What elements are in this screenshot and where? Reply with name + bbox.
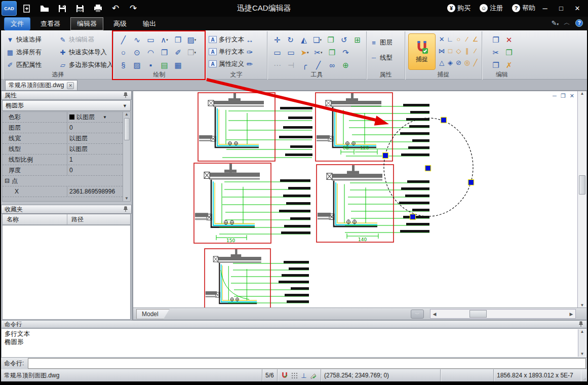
grip-right[interactable] — [468, 180, 474, 185]
redo-icon[interactable]: ↷ — [126, 2, 141, 15]
copy-entities-icon[interactable]: ❐ — [324, 34, 337, 46]
close-icon[interactable]: ✕ — [571, 3, 584, 14]
polygon-entity-input-button[interactable]: ▱多边形实体输入 — [59, 59, 113, 71]
property-row[interactable]: 线型比例 1 — [3, 155, 130, 165]
text-align-icon[interactable]: ↔ — [244, 33, 255, 46]
purge-icon[interactable]: ✗ — [502, 59, 516, 71]
match-properties-button[interactable]: ✐匹配属性 — [6, 59, 59, 71]
maximize-icon[interactable]: □ — [555, 3, 568, 14]
extension-snap-icon[interactable]: ∕ — [471, 45, 480, 57]
mirror-icon[interactable]: ◭ — [297, 34, 310, 46]
help-button[interactable]: ?帮助 — [512, 4, 535, 13]
rotate-copy-icon[interactable]: ↺ — [337, 34, 350, 46]
scroll-up-icon[interactable]: ▲ — [578, 91, 586, 96]
spline-icon[interactable]: § — [116, 59, 130, 71]
collapse-box-icon[interactable]: ⊟ — [5, 177, 10, 184]
line-icon[interactable]: ╱ — [116, 34, 130, 46]
rotate-icon[interactable]: ↻ — [284, 34, 297, 46]
tab-editor[interactable]: 编辑器 — [70, 17, 103, 30]
minimize-icon[interactable]: ─ — [538, 3, 552, 14]
detail-drawing-5[interactable] — [205, 249, 309, 308]
pin-icon[interactable] — [123, 92, 128, 98]
quick-select-button[interactable]: ▼快速选择 — [6, 33, 59, 46]
endpoint-snap-icon[interactable]: □ — [446, 45, 455, 57]
grip-left[interactable] — [383, 153, 388, 159]
property-row[interactable]: 线宽 以图层 — [3, 133, 130, 144]
scrollbar-thumb[interactable] — [579, 175, 585, 195]
copy-nested-icon[interactable]: ❐ — [325, 47, 339, 59]
command-history-scrollbar[interactable]: ▲ ▼ — [578, 329, 586, 357]
model-tab[interactable]: Model — [136, 309, 170, 319]
trim-icon[interactable]: ✂▾ — [311, 47, 325, 59]
parallel-snap-icon[interactable]: ∥ — [463, 45, 472, 57]
buy-button[interactable]: ¥购买 — [447, 4, 471, 13]
snap-status-icon[interactable] — [281, 372, 289, 379]
doc-close-icon[interactable]: ✕ — [570, 93, 574, 99]
insert-block-icon[interactable]: ❐ — [171, 34, 185, 46]
layers-button[interactable]: ≡图层 — [370, 36, 403, 49]
ortho-status-icon[interactable]: ⊥ — [300, 372, 308, 379]
polyline-icon[interactable]: ∧▾ — [158, 34, 171, 46]
fillet-icon[interactable]: ╭ — [298, 59, 311, 71]
paste-icon[interactable]: ❐ — [502, 47, 516, 59]
scroll-down-icon[interactable]: ▼ — [578, 352, 586, 356]
property-row-x[interactable]: X 2361.869598996 — [3, 186, 130, 197]
resize-grip[interactable]: ⣠ — [581, 369, 587, 381]
new-file-icon[interactable] — [19, 2, 34, 15]
undo-icon[interactable]: ↶ — [108, 2, 123, 15]
sketch-pen-icon[interactable]: ✐ — [171, 47, 185, 59]
scale-icon[interactable]: ❏▾ — [310, 34, 324, 46]
cad-drawing-view[interactable]: 80 120 150 — [133, 91, 579, 308]
align-icon[interactable]: ⊞ — [351, 34, 364, 46]
detail-drawing-4[interactable]: 140 — [317, 165, 429, 242]
scroll-down-icon[interactable]: ▼ — [123, 196, 130, 201]
block-editor-button[interactable]: ✎块编辑器 — [59, 33, 113, 46]
freehand-icon[interactable]: ∿ — [130, 34, 144, 46]
insertion-snap-icon[interactable]: ◈ — [446, 57, 455, 68]
property-grid-scrollbar[interactable]: ▲ ▼ — [123, 112, 130, 201]
scroll-up-icon[interactable]: ▲ — [578, 329, 586, 334]
layout-list-dropdown[interactable]: ﹀ — [411, 310, 424, 319]
delete-icon[interactable]: ✕ — [502, 34, 516, 46]
property-group-point[interactable]: ⊟ 点 — [3, 176, 130, 186]
drawing-canvas[interactable]: ─ ❐ ✕ — [133, 91, 587, 320]
property-row-color[interactable]: 色彩 以图层▼ — [3, 112, 130, 123]
detail-drawing-1[interactable] — [198, 93, 312, 161]
quick-entity-import-button[interactable]: ✚快速实体导入 — [59, 46, 113, 58]
object-type-select[interactable]: 椭圆形 ▼ — [2, 100, 131, 111]
favorites-list[interactable] — [2, 225, 131, 320]
command-history[interactable]: 多行文本椭圆形 ▲ ▼ — [1, 328, 587, 358]
copy-icon[interactable]: ❐ — [489, 34, 502, 46]
chevron-down-icon[interactable]: ▼ — [103, 115, 107, 120]
scrollbar-thumb[interactable] — [469, 310, 487, 318]
copy-draw-icon[interactable]: ❐ — [158, 47, 171, 59]
document-tab[interactable]: 常规吊顶剖面图.dwg ✕ — [5, 80, 77, 90]
grip-center[interactable] — [425, 166, 431, 171]
edit-attribute-icon[interactable]: ✏ — [244, 58, 255, 70]
region-icon[interactable]: ❐▾ — [185, 47, 199, 59]
quadrant-snap-icon[interactable]: ◎ — [463, 57, 472, 68]
save-icon[interactable] — [55, 2, 70, 15]
property-row[interactable]: 线型 以图层 — [3, 144, 130, 155]
attribute-definition-button[interactable]: A属性定义 — [209, 58, 244, 70]
midpoint-snap-icon[interactable]: △ — [438, 57, 446, 68]
command-input[interactable] — [28, 358, 586, 369]
doc-minimize-icon[interactable]: ─ — [553, 93, 557, 99]
snap-toggle-button[interactable]: 捕捉 — [408, 33, 436, 70]
register-button[interactable]: ☺注册 — [480, 4, 503, 13]
select-all-button[interactable]: ▦选择所有 — [6, 46, 59, 58]
tab-viewer[interactable]: 查看器 — [34, 18, 66, 30]
rectangle-icon[interactable]: ▭ — [144, 34, 158, 46]
tangent-snap-icon[interactable]: ∕ — [463, 33, 472, 45]
tab-output[interactable]: 输出 — [137, 18, 162, 30]
tab-file[interactable]: 文件 — [4, 17, 30, 30]
grid-status-icon[interactable] — [290, 372, 299, 379]
named-view-icon[interactable]: ▭ — [284, 47, 298, 59]
scroll-left-icon[interactable]: ◀ — [430, 312, 439, 317]
doc-restore-icon[interactable]: ❐ — [561, 93, 566, 99]
scrollbar-thumb[interactable] — [124, 118, 130, 140]
property-row[interactable]: 图层 0 — [3, 123, 130, 133]
pin-icon[interactable] — [578, 321, 583, 327]
detail-drawing-3[interactable]: 150 — [194, 163, 310, 243]
ribbon-help-icon[interactable]: ? — [575, 19, 583, 27]
